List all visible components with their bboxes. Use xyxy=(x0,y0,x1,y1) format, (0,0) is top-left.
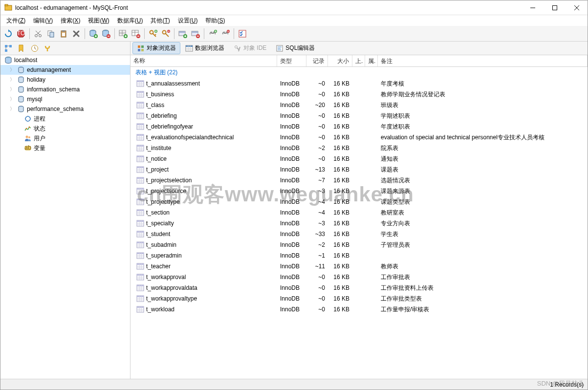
col-name[interactable]: 名称 xyxy=(131,55,277,66)
table-row[interactable]: t_workapprovalInnoDB~016 KB工作审批表 xyxy=(131,272,588,282)
tree-item-edumanagement[interactable]: 〉edumanagement xyxy=(0,65,130,75)
filter-button[interactable] xyxy=(42,43,54,54)
table-row[interactable]: t_classInnoDB~2016 KB班级表 xyxy=(131,100,588,110)
table-icon xyxy=(136,284,144,292)
cut-button[interactable] xyxy=(32,28,44,40)
tree-host[interactable]: localhost xyxy=(0,55,130,65)
del-link-button[interactable] xyxy=(219,28,231,40)
svg-line-11 xyxy=(36,31,40,35)
stop-button[interactable]: STOP xyxy=(15,28,27,40)
table-row[interactable]: t_workloadInnoDB~016 KB工作量申报/审核表 xyxy=(131,304,588,315)
delete-button[interactable] xyxy=(70,28,82,40)
menu-搜索[interactable]: 搜索(X) xyxy=(57,16,84,26)
table-row[interactable]: t_teacherInnoDB~1116 KB教师表 xyxy=(131,261,588,272)
table-row[interactable]: t_sectionInnoDB~416 KB教研室表 xyxy=(131,207,588,218)
col-note[interactable]: 备注 xyxy=(378,55,588,66)
tree-item-performance_schema[interactable]: 〉performance_schema xyxy=(0,104,130,114)
new-table-button[interactable] xyxy=(117,28,129,40)
history-button[interactable] xyxy=(29,43,41,54)
expand-icon[interactable]: 〉 xyxy=(9,66,15,73)
svg-line-66 xyxy=(239,47,240,51)
svg-rect-15 xyxy=(62,30,65,32)
table-row[interactable]: t_projectsourceInnoDB~316 KB课题来源表 xyxy=(131,186,588,196)
minimize-button[interactable] xyxy=(522,0,544,15)
refresh-button[interactable] xyxy=(2,28,14,40)
table-icon xyxy=(136,123,144,130)
tree-item-进程[interactable]: 进程 xyxy=(0,114,130,124)
new-db-button[interactable] xyxy=(87,28,99,40)
table-row[interactable]: t_instituteInnoDB~216 KB院系表 xyxy=(131,143,588,153)
cell-size: 16 KB xyxy=(328,197,352,206)
table-name: t_debriefing xyxy=(146,112,177,119)
table-row[interactable]: t_studentInnoDB~3316 KB学生表 xyxy=(131,229,588,239)
table-icon xyxy=(136,144,144,152)
tab-object[interactable]: 对象浏览器 xyxy=(132,42,180,54)
expand-icon[interactable]: 〉 xyxy=(9,96,15,103)
close-button[interactable] xyxy=(566,0,588,15)
table-row[interactable]: t_workapprovaltypeInnoDB~016 KB工作审批类型表 xyxy=(131,293,588,304)
tree-label: 变量 xyxy=(34,144,45,152)
table-row[interactable]: t_projectselectionInnoDB~716 KB选题情况表 xyxy=(131,175,588,186)
new-link-button[interactable] xyxy=(207,28,218,40)
tree-item-用户[interactable]: 用户 xyxy=(0,133,130,143)
del-key-button[interactable] xyxy=(160,28,172,40)
menu-视图[interactable]: 视图(W) xyxy=(84,16,113,26)
table-row[interactable]: t_subadminInnoDB~216 KB子管理员表 xyxy=(131,239,588,250)
table-row[interactable]: t_superadminInnoDB~116 KB xyxy=(131,250,588,261)
cell-size: 16 KB xyxy=(328,165,352,174)
menu-编辑[interactable]: 编辑(V) xyxy=(29,16,57,26)
table-row[interactable]: t_annualassessmentInnoDB~016 KB年度考核 xyxy=(131,78,588,89)
tree-item-information_schema[interactable]: 〉information_schema xyxy=(0,85,130,94)
bookmark-button[interactable] xyxy=(16,43,27,54)
cell-type: InnoDB xyxy=(277,262,306,271)
table-row[interactable]: t_projectInnoDB~1316 KB课题表 xyxy=(131,164,588,175)
tree-item-holiday[interactable]: 〉holiday xyxy=(0,75,130,85)
col-type[interactable]: 类型 xyxy=(277,55,306,66)
col-updated[interactable]: 上. xyxy=(352,55,365,66)
cell-note: 教研室表 xyxy=(378,208,588,218)
tree-item-mysql[interactable]: 〉mysql xyxy=(0,94,130,104)
table-row[interactable]: t_projecttypeInnoDB~416 KB课题类型表 xyxy=(131,196,588,207)
copy-button[interactable] xyxy=(45,28,57,40)
expand-icon[interactable]: 〉 xyxy=(9,86,15,93)
svg-rect-151 xyxy=(137,199,144,200)
col-records[interactable]: 记录 xyxy=(306,55,328,66)
checklist-button[interactable] xyxy=(237,28,248,40)
cell-records: ~3 xyxy=(306,187,328,195)
menu-帮助[interactable]: 帮助(S) xyxy=(201,16,229,26)
menu-数据库[interactable]: 数据库(U) xyxy=(113,16,147,26)
col-attr[interactable]: 属. xyxy=(365,55,378,66)
table-row[interactable]: t_businessInnoDB~016 KB教师学期业务情况登记表 xyxy=(131,89,588,100)
tree-mode-button[interactable] xyxy=(2,43,14,54)
maximize-button[interactable] xyxy=(544,0,566,15)
svg-rect-97 xyxy=(137,102,144,104)
expand-icon[interactable]: 〉 xyxy=(9,106,15,112)
tab-data[interactable]: 数据浏览器 xyxy=(181,42,229,54)
tree-item-状态[interactable]: 状态 xyxy=(0,124,130,133)
del-db-button[interactable] xyxy=(100,28,112,40)
menu-设置[interactable]: 设置(U) xyxy=(174,16,202,26)
menu-其他[interactable]: 其他(T) xyxy=(147,16,174,26)
svg-rect-169 xyxy=(137,231,144,233)
expand-icon[interactable]: 〉 xyxy=(9,76,15,83)
table-row[interactable]: t_noticeInnoDB~016 KB通知表 xyxy=(131,153,588,164)
table-row[interactable]: t_workapprovaldataInnoDB~016 KB工作审批资料上传表 xyxy=(131,282,588,293)
paste-button[interactable] xyxy=(58,28,69,40)
table-row[interactable]: t_debriefingofyearInnoDB~016 KB年度述职表 xyxy=(131,121,588,132)
new-field-button[interactable] xyxy=(177,28,189,40)
table-row[interactable]: t_specialtyInnoDB~316 KB专业方向表 xyxy=(131,218,588,229)
host-icon xyxy=(4,56,12,64)
tree-item-变量[interactable]: ab变量 xyxy=(0,143,130,153)
menu-文件[interactable]: 文件(Z) xyxy=(2,16,29,26)
new-key-button[interactable] xyxy=(147,28,159,40)
cell-size: 16 KB xyxy=(328,154,352,163)
grid-summary[interactable]: 表格 + 视图 (22) xyxy=(131,67,588,78)
del-table-button[interactable] xyxy=(130,28,142,40)
col-size[interactable]: 大小 xyxy=(328,55,352,66)
tab-sql[interactable]: SQL编辑器 xyxy=(271,42,319,54)
vars-icon: ab xyxy=(24,144,32,152)
cell-type: InnoDB xyxy=(277,122,306,131)
del-field-button[interactable] xyxy=(190,28,201,40)
table-row[interactable]: t_evaluationofspecialandtechnicalInnoDB~… xyxy=(131,132,588,143)
table-row[interactable]: t_debriefingInnoDB~016 KB学期述职表 xyxy=(131,110,588,121)
